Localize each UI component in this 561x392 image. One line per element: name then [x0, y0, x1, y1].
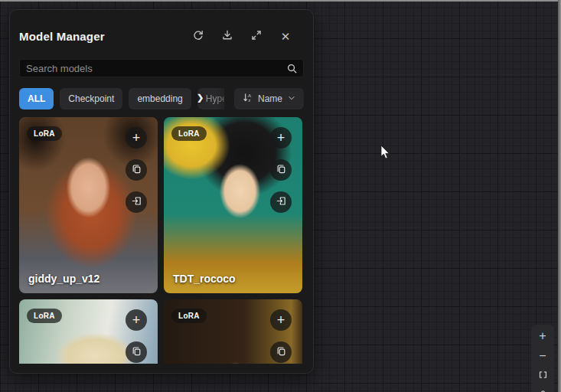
- model-list-viewport[interactable]: LoRA +: [19, 117, 302, 364]
- copy-icon: [276, 345, 287, 359]
- panel-header: Model Manager: [19, 27, 304, 45]
- model-card[interactable]: LoRA +: [164, 117, 302, 293]
- model-grid: LoRA +: [19, 117, 302, 364]
- svg-text:z: z: [248, 97, 250, 103]
- add-model-button[interactable]: +: [126, 127, 147, 149]
- model-manager-panel: Model Manager: [9, 9, 314, 374]
- model-type-badge: LoRA: [171, 309, 207, 323]
- add-model-button[interactable]: +: [126, 309, 147, 331]
- maximize-icon: [250, 29, 263, 44]
- card-actions: +: [270, 309, 292, 363]
- copy-model-button[interactable]: [270, 159, 292, 181]
- import-icon: [131, 195, 142, 209]
- chevron-down-icon: [287, 93, 296, 105]
- plus-icon: +: [132, 131, 141, 145]
- zoom-out-icon: −: [539, 350, 546, 362]
- close-icon: ✕: [281, 31, 291, 42]
- card-actions: +: [126, 309, 147, 363]
- add-model-button[interactable]: +: [270, 127, 292, 149]
- search-icon: [286, 63, 298, 74]
- tab-embedding[interactable]: embedding: [129, 88, 191, 109]
- card-actions: +: [270, 127, 292, 213]
- tab-all[interactable]: ALL: [19, 88, 54, 109]
- clipped-icon: [537, 389, 549, 392]
- sort-label: Name: [258, 93, 282, 104]
- panel-title: Model Manager: [19, 30, 105, 43]
- search-input[interactable]: [20, 60, 286, 77]
- toolbar-clipped-button[interactable]: [532, 387, 553, 392]
- maximize-button[interactable]: [249, 28, 264, 44]
- filter-tabs: ALL Checkpoint embedding Hypernetwork: [19, 88, 224, 109]
- import-model-button[interactable]: [126, 191, 147, 213]
- copy-icon: [276, 163, 287, 177]
- model-card[interactable]: LoRA +: [164, 299, 302, 364]
- model-type-badge: LoRA: [27, 309, 62, 323]
- copy-model-button[interactable]: [126, 341, 147, 363]
- fit-view-button[interactable]: [532, 367, 553, 385]
- model-card[interactable]: LoRA +: [19, 117, 158, 293]
- model-type-badge: LoRA: [27, 126, 62, 141]
- download-icon: [221, 29, 233, 44]
- sort-button[interactable]: A z Name: [234, 88, 304, 109]
- window-frame-top: [0, 0, 561, 2]
- import-icon: [276, 195, 287, 209]
- zoom-in-button[interactable]: +: [532, 327, 553, 345]
- copy-model-button[interactable]: [126, 159, 147, 181]
- copy-model-button[interactable]: [270, 341, 292, 363]
- model-card[interactable]: LoRA +: [19, 299, 158, 364]
- sort-az-icon: A z: [242, 92, 253, 106]
- add-model-button[interactable]: +: [270, 309, 292, 331]
- tab-checkpoint[interactable]: Checkpoint: [60, 88, 122, 109]
- model-type-badge: LoRA: [171, 126, 207, 141]
- refresh-icon: [192, 29, 204, 44]
- import-model-button[interactable]: [270, 191, 292, 213]
- plus-icon: +: [277, 131, 285, 145]
- header-actions: ✕: [191, 28, 304, 44]
- card-actions: +: [126, 127, 147, 213]
- copy-icon: [131, 163, 142, 177]
- fit-view-icon: [537, 369, 549, 383]
- plus-icon: +: [277, 313, 285, 327]
- filter-row: ALL Checkpoint embedding Hypernetwork A …: [19, 88, 304, 109]
- download-button[interactable]: [220, 28, 235, 44]
- copy-icon: [131, 345, 142, 359]
- search-box: [19, 59, 304, 77]
- zoom-out-button[interactable]: −: [532, 347, 553, 365]
- tabs-scroll-right-icon[interactable]: ❯: [197, 93, 204, 103]
- window-frame-right: [558, 0, 561, 392]
- model-name: giddy_up_v12: [28, 273, 99, 285]
- close-button[interactable]: ✕: [278, 28, 293, 44]
- refresh-button[interactable]: [191, 28, 206, 44]
- plus-icon: +: [132, 313, 141, 327]
- model-name: TDT_rococo: [173, 273, 236, 285]
- zoom-in-icon: +: [539, 330, 546, 342]
- canvas-zoom-toolbar: + −: [531, 325, 554, 392]
